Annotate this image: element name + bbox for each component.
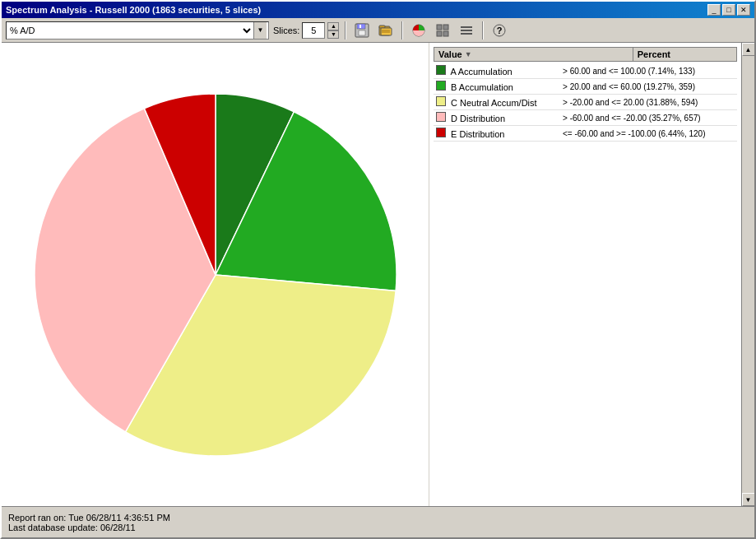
legend-panel: Value ▼ Percent A Accumulation > 60.00 a… <box>429 43 741 506</box>
svg-rect-2 <box>359 30 365 35</box>
list-icon <box>459 23 474 38</box>
legend-row: A Accumulation > 60.00 and <= 100.00 (7.… <box>434 63 737 79</box>
help-icon: ? <box>492 23 507 38</box>
legend-row: D Distribution > -60.00 and <= -20.00 (3… <box>434 110 737 126</box>
pie-chart-icon <box>411 23 426 38</box>
scroll-track <box>742 56 755 493</box>
legend-table: A Accumulation > 60.00 and <= 100.00 (7.… <box>434 63 737 142</box>
legend-row: B Accumulation > 20.00 and <= 60.00 (19.… <box>434 79 737 95</box>
svg-text:?: ? <box>497 26 503 35</box>
chart-area <box>2 43 429 506</box>
metric-select[interactable]: % A/D <box>7 22 253 39</box>
legend-name-cell: D Distribution <box>434 110 560 126</box>
slices-spinner: ▲ ▼ <box>327 22 339 39</box>
main-window: Spectrum Analysis - Russell 2000 (1863 s… <box>0 0 756 539</box>
legend-range-cell: > -20.00 and <= 20.00 (31.88%, 594) <box>560 95 737 110</box>
pie-chart-button[interactable] <box>409 21 429 40</box>
legend-color-swatch <box>436 128 446 137</box>
legend-color-swatch <box>436 112 446 122</box>
legend-range-cell: > 20.00 and <= 60.00 (19.27%, 359) <box>560 79 737 95</box>
legend-row: E Distribution <= -60.00 and >= -100.00 … <box>434 126 737 142</box>
pie-chart <box>18 77 413 472</box>
status-bar: Report ran on: Tue 06/28/11 4:36:51 PM L… <box>2 506 754 537</box>
save-icon <box>355 23 369 38</box>
legend-name-cell: C Neutral Accum/Dist <box>434 95 560 110</box>
toolbar-separator-2 <box>401 21 403 39</box>
slices-input[interactable] <box>302 22 325 39</box>
legend-label: E Distribution <box>451 129 504 139</box>
svg-rect-13 <box>443 31 448 36</box>
save-button[interactable] <box>352 21 372 40</box>
sort-icon[interactable]: ▼ <box>465 50 472 58</box>
window-controls: _ □ ✕ <box>707 4 750 16</box>
legend-row: C Neutral Accum/Dist > -20.00 and <= 20.… <box>434 95 737 110</box>
close-button[interactable]: ✕ <box>737 4 750 16</box>
grid-icon <box>435 23 450 38</box>
svg-rect-12 <box>437 31 442 36</box>
right-panel: Value ▼ Percent A Accumulation > 60.00 a… <box>429 43 754 506</box>
list-button[interactable] <box>457 21 476 40</box>
legend-color-swatch <box>436 96 446 106</box>
svg-rect-11 <box>443 25 448 30</box>
scroll-down-button[interactable]: ▼ <box>742 493 755 506</box>
legend-range-cell: > -60.00 and <= -20.00 (35.27%, 657) <box>560 110 737 126</box>
maximize-button[interactable]: □ <box>722 4 735 16</box>
status-line1: Report ran on: Tue 06/28/11 4:36:51 PM <box>8 513 748 523</box>
open-icon <box>378 23 393 38</box>
toolbar-separator-1 <box>345 21 346 39</box>
legend-color-swatch <box>436 65 446 75</box>
grid-button[interactable] <box>433 21 452 40</box>
legend-range-cell: > 60.00 and <= 100.00 (7.14%, 133) <box>560 63 737 79</box>
legend-label: B Accumulation <box>451 82 513 92</box>
legend-color-swatch <box>436 81 446 91</box>
toolbar: % A/D ▼ Slices: ▲ ▼ <box>2 18 754 43</box>
legend-range-cell: <= -60.00 and >= -100.00 (6.44%, 120) <box>560 126 737 142</box>
metric-dropdown[interactable]: % A/D ▼ <box>6 21 269 39</box>
legend-col-percent: Percent <box>633 48 736 61</box>
title-bar: Spectrum Analysis - Russell 2000 (1863 s… <box>2 2 754 18</box>
status-line2: Last database update: 06/28/11 <box>8 523 748 532</box>
svg-rect-3 <box>359 25 361 28</box>
open-button[interactable] <box>376 21 396 40</box>
legend-header: Value ▼ Percent <box>434 47 737 62</box>
toolbar-separator-3 <box>482 21 484 39</box>
dropdown-arrow[interactable]: ▼ <box>253 22 267 39</box>
slices-up[interactable]: ▲ <box>327 22 339 30</box>
svg-rect-10 <box>437 25 442 30</box>
help-button[interactable]: ? <box>489 21 509 40</box>
pie-svg <box>18 77 413 472</box>
main-content: Value ▼ Percent A Accumulation > 60.00 a… <box>2 43 754 506</box>
minimize-button[interactable]: _ <box>707 4 721 16</box>
slices-control: Slices: ▲ ▼ <box>273 22 339 39</box>
scroll-up-button[interactable]: ▲ <box>742 43 755 56</box>
legend-name-cell: A Accumulation <box>434 63 560 79</box>
slices-label: Slices: <box>273 26 299 35</box>
legend-name-cell: B Accumulation <box>434 79 560 95</box>
legend-name-cell: E Distribution <box>434 126 560 142</box>
legend-col-value: Value ▼ <box>434 48 633 61</box>
legend-label: D Distribution <box>451 114 505 123</box>
legend-label: C Neutral Accum/Dist <box>451 98 537 108</box>
slices-down[interactable]: ▼ <box>327 30 339 39</box>
window-title: Spectrum Analysis - Russell 2000 (1863 s… <box>6 5 261 15</box>
scrollbar: ▲ ▼ <box>741 43 754 506</box>
legend-label: A Accumulation <box>450 67 512 77</box>
